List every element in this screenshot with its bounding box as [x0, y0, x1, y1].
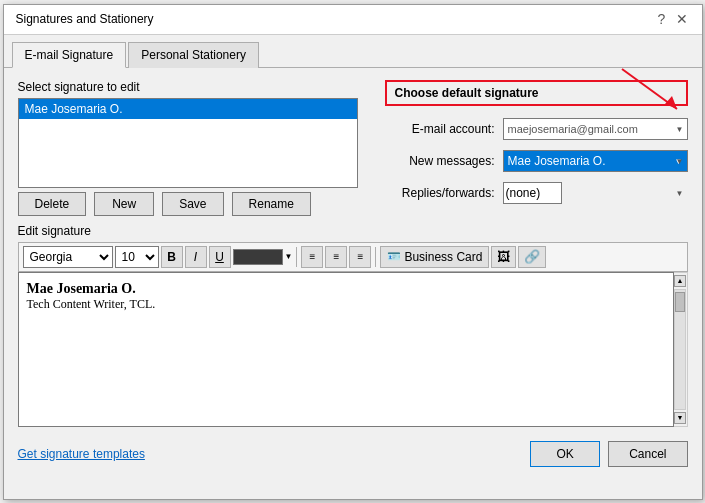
color-swatch[interactable] — [233, 249, 283, 265]
sig-content-name: Mae Josemaria O. — [27, 281, 665, 297]
replies-row: Replies/forwards: (none) — [385, 182, 688, 204]
left-panel: Select signature to edit Mae Josemaria O… — [18, 80, 373, 216]
align-left-button[interactable]: ≡ — [301, 246, 323, 268]
sig-edit-area[interactable]: Mae Josemaria O. Tech Content Writer, TC… — [18, 272, 674, 427]
new-button[interactable]: New — [94, 192, 154, 216]
signature-list[interactable]: Mae Josemaria O. — [18, 98, 358, 188]
signatures-stationery-dialog: Signatures and Stationery ? ✕ E-mail Sig… — [3, 4, 703, 500]
business-card-button[interactable]: 🪪 Business Card — [380, 246, 489, 268]
edit-toolbar: Georgia 10 B I U ▼ ≡ ≡ ≡ 🪪 Business Card — [18, 242, 688, 272]
close-button[interactable]: ✕ — [674, 11, 690, 27]
italic-button[interactable]: I — [185, 246, 207, 268]
save-button[interactable]: Save — [162, 192, 223, 216]
scroll-down-arrow[interactable]: ▼ — [674, 412, 686, 424]
tab-email-signature[interactable]: E-mail Signature — [12, 42, 127, 68]
toolbar-separator-2 — [375, 247, 376, 267]
edit-area-scrollbar[interactable]: ▲ ▼ — [674, 272, 688, 427]
new-messages-value: Mae Josemaria O. — [508, 154, 606, 168]
rename-button[interactable]: Rename — [232, 192, 311, 216]
new-messages-dropdown[interactable]: Mae Josemaria O. ▼ — [503, 150, 688, 172]
hyperlink-button[interactable]: 🔗 — [518, 246, 546, 268]
underline-button[interactable]: U — [209, 246, 231, 268]
biz-card-icon: 🪪 — [387, 250, 401, 263]
dialog-content: Select signature to edit Mae Josemaria O… — [4, 68, 702, 499]
size-select[interactable]: 10 — [115, 246, 159, 268]
email-account-display[interactable]: maejosemaria@gmail.com — [503, 118, 688, 140]
scroll-track — [674, 289, 686, 410]
title-bar: Signatures and Stationery ? ✕ — [4, 5, 702, 35]
main-row: Select signature to edit Mae Josemaria O… — [18, 80, 688, 216]
email-account-label: E-mail account: — [385, 122, 495, 136]
ok-button[interactable]: OK — [530, 441, 600, 467]
scroll-up-arrow[interactable]: ▲ — [674, 275, 686, 287]
replies-select-wrapper[interactable]: (none) — [503, 182, 688, 204]
sig-content-title: Tech Content Writer, TCL. — [27, 297, 665, 312]
sig-edit-wrapper: Mae Josemaria O. Tech Content Writer, TC… — [18, 272, 688, 427]
replies-label: Replies/forwards: — [385, 186, 495, 200]
email-account-value: maejosemaria@gmail.com — [508, 123, 638, 135]
insert-picture-button[interactable]: 🖼 — [491, 246, 516, 268]
dropdown-arrow-color[interactable]: ▼ — [285, 252, 293, 261]
right-panel: Choose default signature E-mail account:… — [385, 80, 688, 216]
biz-card-label: Business Card — [404, 250, 482, 264]
footer-row: Get signature templates OK Cancel — [18, 435, 688, 469]
edit-sig-label: Edit signature — [18, 224, 688, 238]
signature-list-item[interactable]: Mae Josemaria O. — [19, 99, 357, 119]
select-sig-label: Select signature to edit — [18, 80, 373, 94]
dialog-title: Signatures and Stationery — [16, 12, 154, 26]
email-account-row: E-mail account: maejosemaria@gmail.com — [385, 118, 688, 140]
bold-button[interactable]: B — [161, 246, 183, 268]
choose-default-box: Choose default signature — [385, 80, 688, 106]
new-messages-row: New messages: Mae Josemaria O. ▼ — [385, 150, 688, 172]
help-button[interactable]: ? — [654, 11, 670, 27]
delete-button[interactable]: Delete — [18, 192, 87, 216]
toolbar-separator-1 — [296, 247, 297, 267]
font-select[interactable]: Georgia — [23, 246, 113, 268]
tabs-bar: E-mail Signature Personal Stationery — [4, 35, 702, 68]
new-messages-select-wrapper[interactable]: Mae Josemaria O. ▼ — [503, 150, 688, 172]
email-account-select-wrapper: maejosemaria@gmail.com — [503, 118, 688, 140]
sig-action-buttons: Delete New Save Rename — [18, 192, 373, 216]
tab-personal-stationery[interactable]: Personal Stationery — [128, 42, 259, 68]
title-bar-controls: ? ✕ — [654, 11, 690, 27]
dropdown-arrow: ▼ — [675, 156, 683, 165]
edit-sig-section: Edit signature Georgia 10 B I U ▼ ≡ ≡ ≡ — [18, 224, 688, 427]
get-templates-link[interactable]: Get signature templates — [18, 447, 145, 461]
scroll-handle[interactable] — [675, 292, 685, 312]
cancel-button[interactable]: Cancel — [608, 441, 687, 467]
align-center-button[interactable]: ≡ — [325, 246, 347, 268]
new-messages-label: New messages: — [385, 154, 495, 168]
dialog-buttons: OK Cancel — [530, 441, 687, 467]
align-right-button[interactable]: ≡ — [349, 246, 371, 268]
replies-dropdown[interactable]: (none) — [503, 182, 562, 204]
